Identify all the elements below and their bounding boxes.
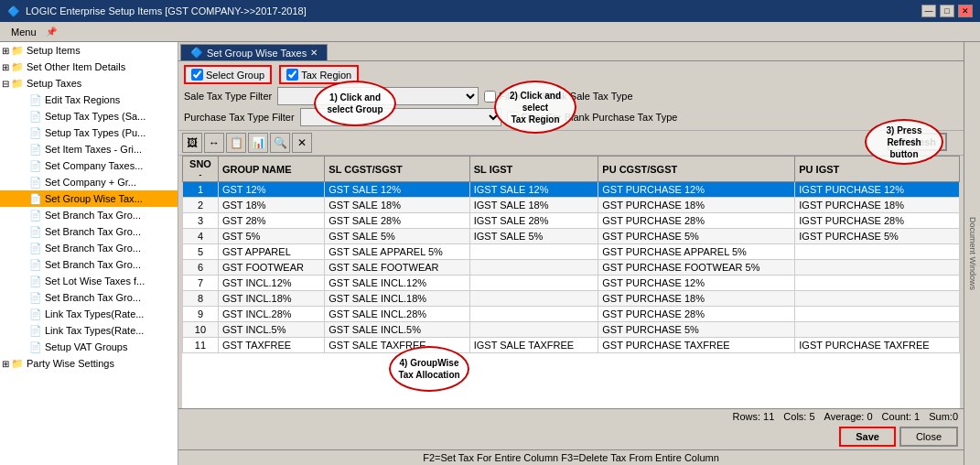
save-button[interactable]: Save	[839, 427, 896, 447]
col-header-group-name[interactable]: GROUP NAME	[218, 157, 324, 182]
row-group-name[interactable]: GST TAXFREE	[218, 338, 324, 353]
row-cell[interactable]: IGST PURCHASE 5%	[795, 229, 960, 244]
row-cell[interactable]: IGST SALE 5%	[469, 229, 598, 244]
row-cell[interactable]	[469, 244, 598, 260]
row-cell[interactable]: GST PURCHASE 12%	[598, 276, 795, 291]
row-sno[interactable]: 10	[183, 322, 219, 338]
toolbar-image-btn[interactable]: 🖼	[182, 133, 202, 153]
table-row[interactable]: 6GST FOOTWEARGST SALE FOOTWEARGST PURCHA…	[183, 260, 960, 276]
row-cell[interactable]: GST PURCHASE TAXFREE	[598, 338, 795, 353]
row-cell[interactable]: GST PURCHASE APPAREL 5%	[598, 244, 795, 260]
col-header-pu-cgst-sgst[interactable]: PU CGST/SGST	[598, 157, 795, 182]
sidebar-item-set-company-grp[interactable]: ⊞📄Set Company + Gr...	[0, 174, 178, 190]
tab-close-icon[interactable]: ✕	[310, 48, 318, 58]
purchase-tax-type-filter-select[interactable]	[300, 108, 501, 126]
row-cell[interactable]: GST SALE 12%	[325, 182, 469, 198]
row-cell[interactable]: GST SALE TAXFREE	[325, 338, 469, 353]
table-row[interactable]: 4GST 5%GST SALE 5%IGST SALE 5%GST PURCHA…	[183, 229, 960, 244]
sidebar-item-setup-items[interactable]: ⊞📁Setup Items	[0, 42, 178, 59]
row-sno[interactable]: 9	[183, 307, 219, 322]
row-cell[interactable]	[795, 307, 960, 322]
sidebar-item-link-tax1[interactable]: ⊞📄Link Tax Types(Rate...	[0, 306, 178, 322]
tab-group-wise-taxes[interactable]: 🔷 Set Group Wise Taxes ✕	[180, 44, 328, 60]
row-cell[interactable]: IGST PURCHASE 18%	[795, 198, 960, 213]
close-button[interactable]: Close	[899, 427, 958, 447]
row-sno[interactable]: 2	[183, 198, 219, 213]
sidebar-item-setup-tax-pu[interactable]: ⊞📄Setup Tax Types (Pu...	[0, 124, 178, 141]
row-cell[interactable]	[469, 276, 598, 291]
sidebar-item-set-branch-tax4[interactable]: ⊞📄Set Branch Tax Gro...	[0, 256, 178, 273]
row-cell[interactable]	[469, 307, 598, 322]
row-cell[interactable]	[795, 260, 960, 276]
close-window-button[interactable]: ✕	[958, 5, 973, 17]
row-cell[interactable]: GST PURCHASE 28%	[598, 307, 795, 322]
col-header-pu-igst[interactable]: PU IGST	[795, 157, 960, 182]
sidebar-item-edit-tax-regions[interactable]: ⊞📄Edit Tax Regions	[0, 92, 178, 108]
table-row[interactable]: 1GST 12%GST SALE 12%IGST SALE 12%GST PUR…	[183, 182, 960, 198]
table-row[interactable]: 9GST INCL.28%GST SALE INCL.28%GST PURCHA…	[183, 307, 960, 322]
refresh-button[interactable]: Refresh	[888, 133, 947, 151]
row-cell[interactable]: GST PURCHASE 18%	[598, 291, 795, 307]
row-sno[interactable]: 4	[183, 229, 219, 244]
row-cell[interactable]: GST SALE INCL.28%	[325, 307, 469, 322]
row-cell[interactable]: GST SALE APPAREL 5%	[325, 244, 469, 260]
tax-region-checkbox[interactable]	[286, 69, 298, 81]
row-group-name[interactable]: GST 28%	[218, 213, 324, 229]
row-cell[interactable]: IGST PURCHASE TAXFREE	[795, 338, 960, 353]
sidebar-item-set-branch-tax5[interactable]: ⊞📄Set Branch Tax Gro...	[0, 289, 178, 306]
sidebar-item-set-lot-wise[interactable]: ⊞📄Set Lot Wise Taxes f...	[0, 273, 178, 289]
row-cell[interactable]: GST PURCHASE FOOTWEAR 5%	[598, 260, 795, 276]
sidebar-item-party-wise[interactable]: ⊞📁Party Wise Settings	[0, 355, 178, 372]
sidebar-item-set-group-wise[interactable]: ⊞📄Set Group Wise Tax...	[0, 190, 178, 207]
row-sno[interactable]: 8	[183, 291, 219, 307]
sidebar-item-link-tax2[interactable]: ⊞📄Link Tax Types(Rate...	[0, 322, 178, 339]
table-row[interactable]: 8GST INCL.18%GST SALE INCL.18%GST PURCHA…	[183, 291, 960, 307]
col-header-sl-igst[interactable]: SL IGST	[469, 157, 598, 182]
row-group-name[interactable]: GST 18%	[218, 198, 324, 213]
minimize-button[interactable]: —	[921, 5, 936, 17]
filter-blank-sale-checkbox[interactable]	[484, 91, 496, 103]
row-group-name[interactable]: GST INCL.18%	[218, 291, 324, 307]
row-sno[interactable]: 3	[183, 213, 219, 229]
row-cell[interactable]	[795, 291, 960, 307]
row-cell[interactable]: GST SALE INCL.18%	[325, 291, 469, 307]
row-cell[interactable]	[795, 322, 960, 338]
sidebar-item-setup-taxes[interactable]: ⊟📁Setup Taxes	[0, 75, 178, 92]
sidebar-item-setup-vat[interactable]: ⊞📄Setup VAT Groups	[0, 339, 178, 355]
row-cell[interactable]: IGST SALE 18%	[469, 198, 598, 213]
table-row[interactable]: 5GST APPARELGST SALE APPAREL 5%GST PURCH…	[183, 244, 960, 260]
row-cell[interactable]: GST PURCHASE 28%	[598, 213, 795, 229]
row-cell[interactable]: GST PURCHASE 5%	[598, 229, 795, 244]
row-cell[interactable]	[795, 244, 960, 260]
table-container[interactable]: SNO-GROUP NAMESL CGST/SGSTSL IGSTPU CGST…	[182, 156, 960, 408]
row-cell[interactable]: GST SALE 28%	[325, 213, 469, 229]
sidebar-item-set-branch-tax3[interactable]: ⊞📄Set Branch Tax Gro...	[0, 240, 178, 256]
table-row[interactable]: 2GST 18%GST SALE 18%IGST SALE 18%GST PUR…	[183, 198, 960, 213]
sale-tax-type-filter-select[interactable]	[277, 87, 479, 105]
row-sno[interactable]: 1	[183, 182, 219, 198]
toolbar-copy-btn[interactable]: 📋	[226, 133, 246, 153]
toolbar-delete-btn[interactable]: ✕	[292, 133, 312, 153]
toolbar-search-btn[interactable]: 🔍	[270, 133, 290, 153]
row-group-name[interactable]: GST FOOTWEAR	[218, 260, 324, 276]
row-group-name[interactable]: GST INCL.12%	[218, 276, 324, 291]
row-cell[interactable]: IGST SALE 12%	[469, 182, 598, 198]
row-cell[interactable]: GST SALE 18%	[325, 198, 469, 213]
row-cell[interactable]: GST SALE INCL.5%	[325, 322, 469, 338]
maximize-button[interactable]: □	[940, 5, 954, 17]
menu-item[interactable]: Menu	[5, 26, 42, 38]
row-sno[interactable]: 7	[183, 276, 219, 291]
toolbar-resize-btn[interactable]: ↔	[204, 133, 224, 153]
row-sno[interactable]: 5	[183, 244, 219, 260]
row-cell[interactable]	[469, 260, 598, 276]
table-row[interactable]: 7GST INCL.12%GST SALE INCL.12%GST PURCHA…	[183, 276, 960, 291]
col-header-sl-cgst-sgst[interactable]: SL CGST/SGST	[325, 157, 469, 182]
row-group-name[interactable]: GST 5%	[218, 229, 324, 244]
row-cell[interactable]	[795, 276, 960, 291]
table-row[interactable]: 3GST 28%GST SALE 28%IGST SALE 28%GST PUR…	[183, 213, 960, 229]
row-cell[interactable]: IGST SALE 28%	[469, 213, 598, 229]
row-cell[interactable]	[469, 322, 598, 338]
table-row[interactable]: 10GST INCL.5%GST SALE INCL.5%GST PURCHAS…	[183, 322, 960, 338]
row-group-name[interactable]: GST APPAREL	[218, 244, 324, 260]
sidebar-item-set-other[interactable]: ⊞📁Set Other Item Details	[0, 59, 178, 75]
